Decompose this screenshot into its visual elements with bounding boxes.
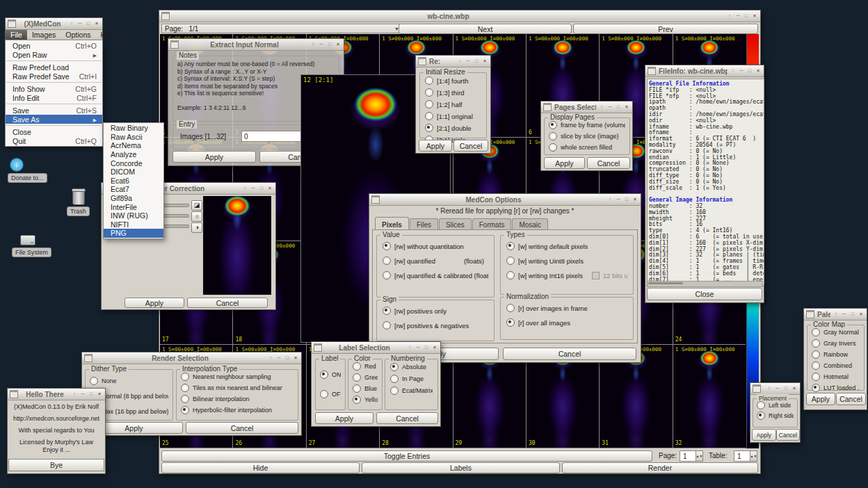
submenu-item-dicom[interactable]: DICOM: [104, 168, 163, 177]
titlebar[interactable]: I ↑─□×: [750, 383, 800, 395]
menu-item-close[interactable]: Close: [6, 127, 102, 136]
close-button[interactable]: ×: [292, 355, 299, 361]
contrast-icon[interactable]: ◑: [191, 222, 202, 233]
maximize-button[interactable]: □: [473, 58, 480, 65]
shade-button[interactable]: ↑: [241, 185, 248, 192]
menu-item-open[interactable]: OpenCtrl+O: [6, 41, 102, 50]
close-button[interactable]: ×: [755, 67, 762, 74]
radio-option-blue[interactable]: Blue: [353, 384, 378, 393]
radio-option-off[interactable]: OFF: [320, 390, 341, 398]
titlebar[interactable]: Extract Input Normal ↑─□×: [168, 39, 344, 51]
minimize-button[interactable]: ─: [77, 20, 83, 27]
shade-button[interactable]: ↑: [71, 391, 78, 398]
apply-button[interactable]: Apply: [806, 393, 835, 405]
minimize-button[interactable]: ─: [734, 13, 741, 19]
menu-item-save-as[interactable]: Save As▸: [6, 115, 102, 124]
radio-option-red[interactable]: Red: [353, 362, 378, 371]
submenu-item-raw-binary[interactable]: Raw Binary: [104, 124, 163, 133]
shade-button[interactable]: ↑: [726, 13, 733, 19]
titlebar[interactable]: Hello There ↑─□×: [8, 389, 105, 400]
radio-option-ecat-matrix[interactable]: Ecat/Matrix: [390, 387, 433, 395]
minimize-button[interactable]: ─: [465, 58, 472, 65]
menu-item-raw-predef-save[interactable]: Raw Predef SaveCtrl+I: [6, 72, 102, 81]
submenu-item-analyze[interactable]: Analyze: [104, 150, 163, 159]
radio-option-frame-by-frame-volume[interactable]: frame by frame (volume): [549, 121, 625, 129]
close-button[interactable]: ×: [632, 196, 638, 203]
titlebar[interactable]: Pages Selection ↑─□×: [541, 101, 632, 113]
apply-button[interactable]: Apply: [544, 157, 585, 169]
apply-button[interactable]: Apply: [124, 298, 184, 308]
titlebar[interactable]: MedCon Options ↑─□×: [369, 194, 641, 206]
trash-icon[interactable]: [72, 190, 85, 205]
radio-option-r-over-images-in-frame[interactable]: [r] over images in frame: [506, 304, 627, 312]
apply-button[interactable]: Apply: [172, 151, 256, 163]
radio-option-2-1-double[interactable]: [2:1] double: [425, 124, 481, 132]
maximize-button[interactable]: □: [85, 20, 92, 27]
radio-option-combined[interactable]: Combined: [812, 361, 860, 370]
donate-arrow-icon[interactable]: ↓: [10, 158, 24, 172]
maximize-button[interactable]: □: [284, 355, 291, 361]
maximize-button[interactable]: □: [615, 104, 622, 111]
apply-button[interactable]: Apply: [752, 429, 776, 441]
page-spinner[interactable]: 1 ▲▼: [680, 450, 703, 462]
desktop-icon-trash[interactable]: Trash: [67, 206, 90, 216]
menu-help[interactable]: Help: [96, 30, 121, 40]
close-button[interactable]: ×: [623, 104, 630, 111]
next-button[interactable]: Next: [399, 24, 572, 34]
titlebar[interactable]: Render Selection ↑─□×: [82, 352, 301, 364]
radio-option-lut-loaded[interactable]: LUT loaded ...: [812, 384, 860, 392]
cancel-button[interactable]: Cancel: [376, 412, 438, 424]
toggle-entries-button[interactable]: Toggle Entries: [161, 450, 652, 462]
radio-option-rainbow[interactable]: Rainbow: [812, 350, 860, 359]
titlebar[interactable]: Pale ↑─□×: [804, 309, 867, 320]
radio-option-hyperbolic-filter-interpolation[interactable]: Hyperbolic-filter interpolation: [181, 406, 294, 414]
submenu-item-interfile[interactable]: InterFile: [104, 202, 163, 211]
close-button[interactable]: Close: [647, 288, 762, 300]
checkbox-icon[interactable]: [592, 272, 600, 279]
maximize-button[interactable]: □: [743, 13, 750, 19]
radio-option-gray-invers[interactable]: Gray Invers: [812, 339, 860, 348]
bye-button[interactable]: Bye: [8, 459, 104, 471]
gamma-icon[interactable]: ◪: [191, 200, 202, 211]
tab-slices[interactable]: Slices: [439, 218, 472, 230]
minimize-button[interactable]: ─: [841, 311, 848, 318]
submenu-item-ecat6[interactable]: Ecat6: [104, 177, 163, 186]
radio-option-1-4-fourth[interactable]: [1:4] fourth: [425, 76, 481, 85]
shade-button[interactable]: ↑: [606, 196, 613, 203]
menu-images[interactable]: Images: [27, 30, 61, 40]
minimize-button[interactable]: ─: [318, 41, 325, 48]
radio-option-absolute[interactable]: Absolute: [390, 363, 433, 371]
radio-option-1-2-half[interactable]: [1:2] half: [425, 100, 481, 108]
desktop-icon-filesystem[interactable]: File System: [12, 247, 51, 257]
radio-option-rw-positives-negatives[interactable]: [rw] positives & negatives: [383, 321, 488, 330]
titlebar[interactable]: FileInfo: wb-cine.wbp ↑─□×: [645, 65, 764, 77]
shade-button[interactable]: ↑: [456, 58, 463, 65]
cancel-button[interactable]: Cancel: [587, 157, 630, 169]
radio-option-slice-by-slice-image[interactable]: slice by slice (image): [549, 132, 625, 140]
cancel-button[interactable]: Cancel: [453, 140, 488, 152]
render-button[interactable]: Render: [562, 462, 758, 473]
brightness-icon[interactable]: ☼: [191, 211, 202, 222]
radio-option-1-1-original[interactable]: [1:1] original: [425, 112, 481, 120]
submenu-item-concorde[interactable]: Concorde: [104, 158, 163, 168]
submenu-item-inw-rug[interactable]: INW (RUG): [104, 211, 163, 220]
radio-option-rw-quantified-calibrated-floats[interactable]: [rw] quantified & calibrated (floats): [383, 271, 488, 279]
shade-button[interactable]: ↑: [267, 355, 274, 361]
apply-button[interactable]: Apply: [315, 412, 373, 424]
minimize-button[interactable]: ─: [774, 385, 781, 392]
minimize-button[interactable]: ─: [606, 104, 613, 111]
minimize-button[interactable]: ─: [615, 196, 622, 203]
image-cell[interactable]: 1 S=00±000 I=00±00032: [673, 345, 746, 448]
close-button[interactable]: ×: [431, 344, 438, 351]
submenu-item-png[interactable]: PNG: [104, 229, 163, 238]
titlebar[interactable]: wb-cine.wbp ↑─□×: [159, 10, 760, 22]
radio-option-w-writing-int16-pixels[interactable]: [w] writing Int16 pixels12 bits used: [506, 271, 627, 279]
radio-option-tiles-as-mix-nearest-and-bilinear[interactable]: Tiles as mix nearest and bilinear: [181, 384, 294, 392]
radio-option-hotmetal[interactable]: Hotmetal: [812, 373, 860, 381]
page-combo[interactable]: Page: 1/1 ▼: [161, 24, 403, 33]
desktop-icon-donate[interactable]: Donate to...: [8, 173, 47, 183]
shade-button[interactable]: ↑: [766, 385, 773, 392]
menu-item-raw-predef-load[interactable]: Raw Predef Load: [6, 63, 102, 72]
close-button[interactable]: ×: [93, 20, 100, 27]
radio-option-rw-without-quantitation[interactable]: [rw] without quantitation: [383, 242, 488, 250]
